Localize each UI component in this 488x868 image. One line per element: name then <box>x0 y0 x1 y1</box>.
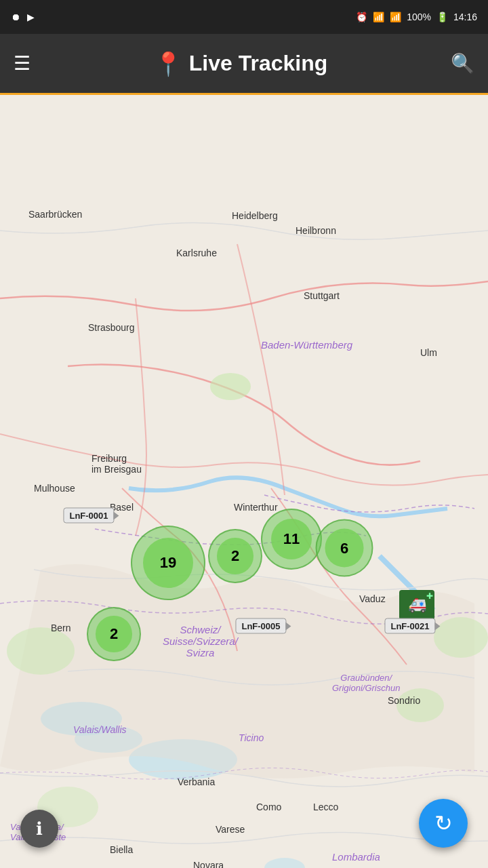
location-pin-icon: 📍 <box>154 50 182 77</box>
svg-point-5 <box>210 373 251 400</box>
info-icon: ℹ <box>36 818 43 840</box>
play-icon: ▶ <box>27 12 35 22</box>
vehicle-tag-lnf0005[interactable]: LnF-0005 <box>235 618 286 634</box>
record-icon: ⏺ <box>11 12 20 22</box>
info-button[interactable]: ℹ <box>20 810 58 848</box>
alarm-icon: ⏰ <box>356 12 367 22</box>
refresh-icon: ↻ <box>434 810 453 836</box>
app-bar: ☰ 📍 Live Tracking 🔍 <box>0 34 488 95</box>
clock: 14:16 <box>453 12 477 22</box>
cluster-19[interactable]: 19 <box>131 526 205 600</box>
app-title: Live Tracking <box>189 51 328 76</box>
svg-point-7 <box>434 617 488 658</box>
vehicle-tag-lnf0001[interactable]: LnF-0001 <box>63 508 114 524</box>
battery-percent: 100% <box>407 12 431 22</box>
cluster-11[interactable]: 11 <box>261 509 322 570</box>
vehicle-icon-lnf0021[interactable]: 🚑 ✚ <box>399 590 434 620</box>
menu-button[interactable]: ☰ <box>14 52 30 75</box>
cluster-6[interactable]: 6 <box>316 519 373 577</box>
refresh-button[interactable]: ↻ <box>419 799 468 848</box>
signal-icon: 📶 <box>390 12 401 22</box>
truck-icon: 🚑 ✚ <box>399 590 434 620</box>
status-bar: ⏺ ▶ ⏰ 📶 📶 100% 🔋 14:16 <box>0 0 488 34</box>
map-container[interactable]: Saarbrücken Karlsruhe Heidelberg Heilbro… <box>0 95 488 868</box>
search-button[interactable]: 🔍 <box>451 52 474 75</box>
status-left-icons: ⏺ ▶ <box>11 12 35 22</box>
svg-point-6 <box>7 627 75 675</box>
vehicle-tag-lnf0021[interactable]: LnF-0021 <box>384 618 435 634</box>
map-svg <box>0 95 488 868</box>
cluster-2a[interactable]: 2 <box>208 529 262 583</box>
cluster-2b[interactable]: 2 <box>87 607 141 661</box>
status-right-info: ⏰ 📶 📶 100% 🔋 14:16 <box>356 12 477 22</box>
svg-point-8 <box>396 688 444 722</box>
medical-cross-icon: ✚ <box>426 591 433 601</box>
wifi-icon: 📶 <box>373 12 384 22</box>
battery-icon: 🔋 <box>436 12 448 22</box>
app-title-container: 📍 Live Tracking <box>154 50 328 77</box>
